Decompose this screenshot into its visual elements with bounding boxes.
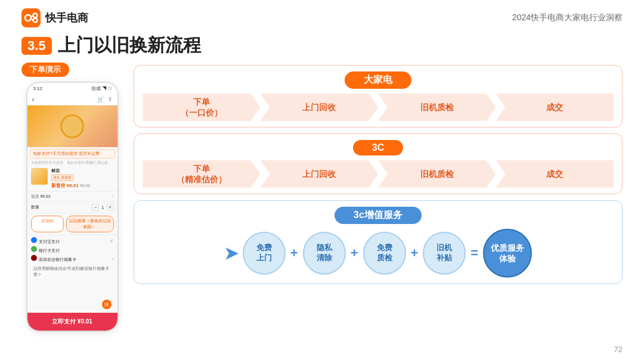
direct-buy-btn[interactable]: 直接购	[31, 216, 64, 232]
trade-in-btn[interactable]: 以旧换新（最低价以旧购新）	[66, 216, 113, 232]
phone-time: 3:12	[33, 86, 43, 91]
title-badge: 3.5	[21, 37, 52, 55]
value-added-badge: 3c增值服务	[335, 207, 422, 224]
report-title: 2024快手电商大家电行业洞察	[512, 13, 623, 23]
product-info: 鲜花 送礼 送朋友 新套价 ¥0.01 ¥0.02	[51, 168, 114, 189]
logo: 快手电商	[21, 8, 88, 27]
payment-abc[interactable]: 添加农业银行储蓄卡 ›	[31, 255, 114, 263]
major-appliance-badge: 大家电	[345, 71, 411, 89]
qty-control[interactable]: − 1 +	[92, 204, 113, 211]
value-added-header: 3c增值服务	[143, 207, 614, 224]
alipay-icon	[31, 237, 37, 243]
promo-text: 包邮·支持7天无理由退货·退货补运费	[33, 151, 100, 155]
pay-button[interactable]: 立即支付 ¥0.01	[27, 313, 117, 331]
service-row: ➤ 免费上门 + 隐私清除 + 免费质检 + 旧机补贴 = 优质服务体验	[143, 229, 614, 278]
flow-arrow: ➤	[224, 244, 238, 263]
step-inspect-1: 旧机质检	[378, 94, 496, 121]
qty-plus[interactable]: +	[107, 204, 114, 211]
major-appliance-section: 大家电 下单 （一口价） 上门回收 旧机质检 成交	[134, 65, 623, 127]
order-demo-badge: 下单演示	[21, 63, 69, 77]
store-desc: 为你推荐区天天发货、退款补偿外 西藏区 商山提	[31, 160, 114, 166]
page-title: 上门以旧换新流程	[58, 33, 201, 58]
divider2	[27, 201, 117, 202]
step-pickup-1: 上门回收	[261, 94, 379, 121]
page-title-area: 3.5 上门以旧换新流程	[0, 27, 644, 63]
header: 快手电商 2024快手电商大家电行业洞察	[0, 0, 644, 27]
abc-icon	[31, 255, 37, 261]
product-price: 新套价 ¥0.01 ¥0.02	[51, 182, 114, 189]
step-order-1: 下单 （一口价）	[143, 94, 261, 121]
three-c-badge: 3C	[353, 140, 403, 155]
qty-value: 1	[101, 205, 104, 210]
plus-1: +	[290, 245, 298, 261]
left-panel: 下单演示 3:12 信成 ◥ □ ‹ 🛒 ⇧ 包邮·支持7天无	[21, 63, 123, 354]
arrow-icon: ›	[112, 256, 114, 262]
address-bar: 以存用购物金结合书 送到建设银行储蓄卡查 >	[31, 264, 114, 279]
product-thumb	[31, 168, 48, 185]
payment-bank[interactable]: 银行卡支付	[31, 246, 114, 254]
step-deal-2: 成交	[496, 160, 614, 188]
selected-check: ✓	[110, 238, 114, 244]
share-icon[interactable]: ⇧	[108, 97, 113, 102]
main-content: 下单演示 3:12 信成 ◥ □ ‹ 🛒 ⇧ 包邮·支持7天无	[0, 63, 644, 354]
service-old-subsidy: 旧机补贴	[423, 232, 466, 275]
promo-bar: 包邮·支持7天无理由退货·退货补运费	[30, 149, 115, 158]
step-inspect-2: 旧机质检	[378, 160, 496, 188]
step-deal-1: 成交	[496, 94, 614, 121]
back-icon[interactable]: ‹	[32, 95, 35, 104]
payment-alipay[interactable]: 支付宝支付 ✓	[31, 237, 114, 245]
action-btns: 直接购 以旧换新（最低价以旧购新）	[31, 216, 114, 232]
plus-2: +	[351, 245, 358, 261]
step-pickup-2: 上门回收	[261, 160, 379, 188]
value-added-section: 3c增值服务 ➤ 免费上门 + 隐私清除 + 免费质检 + 旧机补贴 = 优质服…	[134, 200, 623, 284]
product-name: 鲜花	[51, 168, 114, 174]
three-c-header: 3C	[143, 140, 614, 155]
qty-minus[interactable]: −	[92, 204, 99, 211]
phone-mockup: 3:12 信成 ◥ □ ‹ 🛒 ⇧ 包邮·支持7天无理由退货·退货补运费	[26, 82, 119, 332]
logo-text: 快手电商	[45, 11, 88, 25]
three-c-steps: 下单 （精准估价） 上门回收 旧机质检 成交	[143, 160, 614, 188]
step-order-2: 下单 （精准估价）	[143, 160, 261, 188]
payment-section: 支付宝支付 ✓ 银行卡支付 添加农业银行储蓄卡 ›	[31, 237, 114, 263]
page-number: 72	[614, 345, 623, 354]
divider3	[27, 213, 117, 213]
phone-status-bar: 3:12 信成 ◥ □	[27, 83, 117, 94]
divider1	[27, 191, 117, 192]
phone-signal: 信成 ◥ □	[91, 85, 111, 92]
product-row: 鲜花 送礼 送朋友 新套价 ¥0.01 ¥0.02	[31, 168, 114, 189]
qty-row: 数量 − 1 +	[31, 204, 114, 211]
major-appliance-steps: 下单 （一口价） 上门回收 旧机质检 成交	[143, 94, 614, 121]
divider4	[27, 235, 117, 235]
bank-icon	[31, 246, 37, 252]
major-appliance-header: 大家电	[143, 71, 614, 89]
service-privacy-clear: 隐私清除	[303, 232, 346, 275]
phone-nav: ‹ 🛒 ⇧	[27, 94, 117, 105]
product-tags: 送礼 送朋友	[51, 175, 114, 181]
plus-3: +	[411, 245, 419, 261]
service-result: 优质服务体验	[483, 229, 532, 278]
logo-icon	[21, 8, 41, 27]
orange-dot: 排	[102, 300, 112, 309]
spec-row: 低至 ¥0.01 ›	[31, 194, 114, 200]
right-panel: 大家电 下单 （一口价） 上门回收 旧机质检 成交 3C	[134, 63, 623, 354]
three-c-section: 3C 下单 （精准估价） 上门回收 旧机质检 成交	[134, 133, 623, 194]
product-tag: 送礼 送朋友	[51, 175, 74, 181]
equals: =	[470, 245, 478, 261]
cart-icon[interactable]: 🛒	[97, 97, 104, 102]
service-free-visit: 免费上门	[243, 232, 286, 275]
service-free-inspect: 免费质检	[363, 232, 406, 275]
product-image	[27, 105, 117, 147]
